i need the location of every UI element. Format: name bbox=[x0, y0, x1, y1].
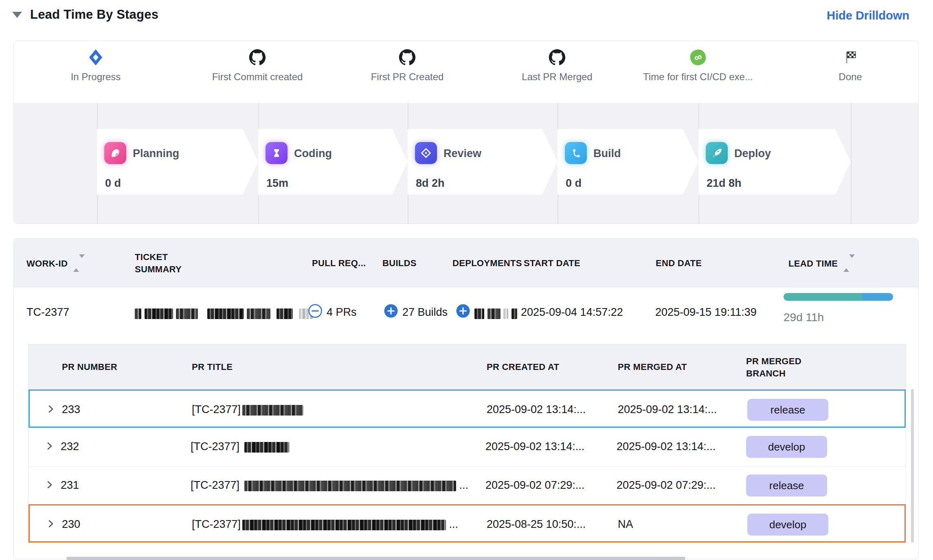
stage-separator bbox=[851, 103, 852, 223]
col-lead-time[interactable]: LEAD TIME bbox=[788, 257, 855, 270]
branch-badge: develop bbox=[746, 436, 827, 458]
pr-merged-at: 2025-09-02 13:14:... bbox=[617, 440, 716, 453]
redacted-deployments bbox=[474, 307, 517, 319]
lead-time-value: 29d 11h bbox=[784, 311, 824, 324]
github-icon bbox=[346, 48, 468, 67]
expand-builds-icon[interactable] bbox=[384, 304, 398, 318]
pr-merged-at: 2025-09-02 13:14:... bbox=[618, 403, 717, 416]
redacted-ticket-summary bbox=[135, 307, 313, 319]
stage-card-review: Review 8d 2h bbox=[408, 129, 558, 195]
start-date-value: 2025-09-04 14:57:22 bbox=[521, 306, 623, 319]
work-item-row[interactable]: TC-2377 4 PRs 27 Builds 2025-09-04 14:57… bbox=[14, 287, 918, 338]
builds-count: 27 Builds bbox=[402, 306, 448, 319]
pr-created-at: 2025-08-25 10:50:... bbox=[487, 518, 586, 531]
hide-drilldown-link[interactable]: Hide Drilldown bbox=[827, 9, 909, 22]
milestone-in-progress: In Progress bbox=[35, 48, 157, 83]
pr-title: [TC-2377] bbox=[192, 403, 303, 416]
col-work-id[interactable]: WORK-ID bbox=[26, 257, 85, 270]
col-pr-created-at: PR CREATED AT bbox=[487, 361, 559, 373]
col-pr-number: PR NUMBER bbox=[62, 361, 117, 373]
milestone-done: Done bbox=[789, 48, 911, 83]
pull-requests-count: 4 PRs bbox=[327, 306, 357, 319]
expand-deployments-icon[interactable] bbox=[456, 304, 470, 318]
collapse-prs-icon[interactable] bbox=[308, 304, 323, 318]
stage-card-build: Build 0 d bbox=[558, 129, 698, 195]
jira-diamond-icon bbox=[35, 48, 157, 67]
lead-bar-seg-teal bbox=[784, 293, 863, 301]
pr-row-232[interactable]: 232 [TC-2377] 2025-09-02 13:14:... 2025-… bbox=[29, 428, 906, 466]
col-end-date: END DATE bbox=[656, 257, 702, 269]
stage-card-planning: Planning 0 d bbox=[97, 129, 258, 195]
col-builds: BUILDS bbox=[382, 257, 417, 269]
sort-icon[interactable] bbox=[843, 257, 855, 269]
pr-title: [TC-2377] ... bbox=[191, 479, 468, 492]
milestone-first-commit: First Commit created bbox=[196, 48, 318, 83]
pr-number: 232 bbox=[61, 440, 79, 453]
milestone-label: Last PR Merged bbox=[496, 71, 618, 83]
stage-name: Planning bbox=[133, 147, 179, 160]
milestone-cicd: ∞ Time for first CI/CD exe... bbox=[637, 48, 759, 83]
pr-number: 230 bbox=[62, 518, 80, 531]
lead-bar-seg-blue bbox=[863, 293, 893, 301]
stage-duration: 15m bbox=[266, 177, 288, 190]
stage-name: Review bbox=[443, 147, 481, 160]
col-ticket-summary: TICKET SUMMARY bbox=[135, 251, 196, 275]
horizontal-scrollbar[interactable] bbox=[66, 557, 685, 560]
milestone-first-pr: First PR Created bbox=[346, 48, 468, 83]
planning-icon bbox=[104, 142, 126, 164]
stage-name: Coding bbox=[294, 147, 332, 160]
end-date-value: 2025-09-15 19:11:39 bbox=[655, 306, 757, 319]
col-start-date: START DATE bbox=[524, 257, 580, 269]
pr-merged-at: 2025-09-02 07:29:... bbox=[617, 479, 716, 492]
stage-card-deploy: Deploy 21d 8h bbox=[698, 129, 851, 195]
lead-time-bar bbox=[784, 293, 893, 301]
hourglass-icon bbox=[266, 142, 288, 164]
chevron-right-icon[interactable] bbox=[46, 519, 56, 529]
sort-icon[interactable] bbox=[73, 257, 85, 269]
collapse-caret-icon[interactable] bbox=[12, 12, 22, 18]
chevron-right-icon[interactable] bbox=[46, 404, 56, 414]
col-pull-requests: PULL REQ... bbox=[312, 257, 366, 269]
pr-row-230[interactable]: 230 [TC-2377] ... 2025-08-25 10:50:... N… bbox=[29, 504, 906, 542]
work-table-header: WORK-ID TICKET SUMMARY PULL REQ... BUILD… bbox=[14, 238, 918, 287]
page-title: Lead Time By Stages bbox=[30, 7, 158, 22]
col-pr-merged-at: PR MERGED AT bbox=[618, 361, 687, 373]
pr-table-panel: PR NUMBER PR TITLE PR CREATED AT PR MERG… bbox=[28, 344, 906, 543]
col-work-id-label: WORK-ID bbox=[26, 258, 68, 269]
branch-badge: develop bbox=[747, 514, 828, 536]
milestone-label: Done bbox=[789, 71, 911, 83]
milestone-label: First Commit created bbox=[196, 71, 318, 83]
milestone-label: First PR Created bbox=[346, 71, 468, 83]
section-header: Lead Time By Stages bbox=[12, 7, 158, 22]
pr-title: [TC-2377] ... bbox=[192, 518, 458, 531]
pr-created-at: 2025-09-02 13:14:... bbox=[485, 440, 584, 453]
pr-created-at: 2025-09-02 07:29:... bbox=[485, 479, 584, 492]
work-id-value: TC-2377 bbox=[26, 306, 69, 319]
chevron-right-icon[interactable] bbox=[45, 441, 55, 451]
checkered-flag-icon bbox=[789, 48, 911, 67]
vertical-scrollbar[interactable] bbox=[911, 389, 914, 542]
pr-row-233[interactable]: 233 [TC-2377] 2025-09-02 13:14:... 2025-… bbox=[29, 389, 906, 428]
pr-created-at: 2025-09-02 13:14:... bbox=[487, 403, 586, 416]
col-lead-time-label: LEAD TIME bbox=[788, 258, 838, 269]
milestone-label: In Progress bbox=[35, 71, 157, 83]
commit-path-icon bbox=[565, 142, 587, 164]
cicd-icon: ∞ bbox=[637, 48, 759, 67]
pr-title: [TC-2377] bbox=[191, 440, 289, 453]
github-icon bbox=[196, 48, 318, 67]
pr-table-header: PR NUMBER PR TITLE PR CREATED AT PR MERG… bbox=[29, 345, 906, 389]
rocket-icon bbox=[706, 142, 728, 164]
stage-name: Build bbox=[593, 147, 621, 160]
milestone-label: Time for first CI/CD exe... bbox=[637, 71, 759, 83]
pr-number: 233 bbox=[62, 403, 80, 416]
chevron-right-icon[interactable] bbox=[45, 480, 55, 490]
stage-card-coding: Coding 15m bbox=[258, 129, 408, 195]
lead-time-stages-panel: In Progress First Commit created First P… bbox=[13, 41, 919, 224]
pr-row-231[interactable]: 231 [TC-2377] ... 2025-09-02 07:29:... 2… bbox=[29, 466, 906, 504]
stage-duration: 8d 2h bbox=[416, 177, 445, 190]
pr-number: 231 bbox=[61, 479, 79, 492]
col-deployments: DEPLOYMENTS bbox=[452, 257, 522, 269]
col-pr-title: PR TITLE bbox=[192, 361, 233, 373]
stage-duration: 0 d bbox=[566, 177, 582, 190]
branch-badge: release bbox=[747, 399, 828, 421]
